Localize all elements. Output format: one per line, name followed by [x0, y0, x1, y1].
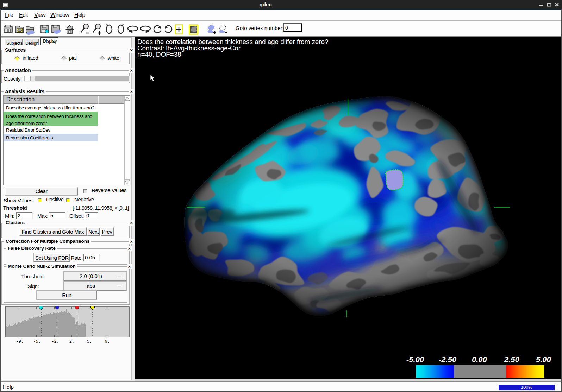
svg-text:9.: 9. [105, 339, 110, 344]
svg-text:5.: 5. [87, 339, 92, 344]
svg-text:-9.: -9. [16, 339, 24, 344]
svg-text:-5.: -5. [33, 339, 41, 344]
svg-text:-2.: -2. [51, 339, 59, 344]
svg-text:2.: 2. [69, 339, 74, 344]
